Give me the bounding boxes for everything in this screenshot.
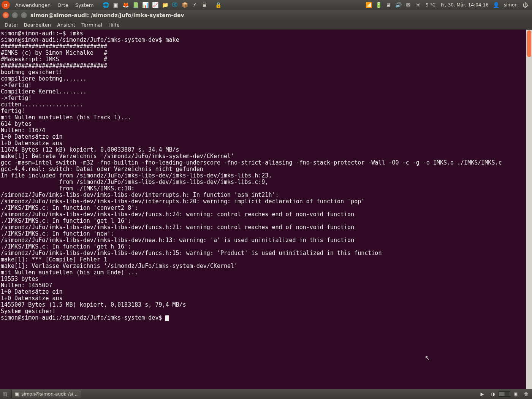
- workspace-switcher[interactable]: [499, 391, 510, 397]
- terminal-cursor: [165, 315, 169, 321]
- clock[interactable]: Fr, 30. Mär, 14:04:16: [439, 2, 491, 8]
- weather-icon[interactable]: ☀: [414, 1, 422, 9]
- window-close-button[interactable]: [2, 12, 9, 19]
- shutdown-icon[interactable]: ⏻: [521, 1, 529, 9]
- launcher-icon[interactable]: 📗: [131, 1, 139, 9]
- trash-icon[interactable]: 🗑: [522, 390, 530, 398]
- battery-icon[interactable]: 🔋: [374, 1, 383, 9]
- menu-view[interactable]: Ansicht: [54, 21, 78, 28]
- workspace-2[interactable]: [504, 392, 510, 396]
- launcher-icon[interactable]: ▣: [111, 1, 120, 9]
- menu-edit[interactable]: Bearbeiten: [21, 21, 54, 28]
- scrollbar[interactable]: [526, 30, 532, 389]
- lock-icon[interactable]: 🔒: [214, 1, 222, 9]
- launcher-icon[interactable]: 🌐: [101, 1, 110, 9]
- mail-icon[interactable]: ✉: [404, 1, 412, 9]
- menubar: Datei Bearbeiten Ansicht Terminal Hilfe: [0, 21, 532, 30]
- menu-help[interactable]: Hilfe: [105, 21, 123, 28]
- launcher-icon[interactable]: 📊: [141, 1, 149, 9]
- tray-icon[interactable]: ◑: [489, 390, 497, 398]
- files-icon[interactable]: 📁: [161, 1, 169, 9]
- taskbar-item-terminal[interactable]: ▣ simon@simon-audi: /si…: [11, 390, 81, 398]
- username[interactable]: simon: [502, 2, 520, 8]
- scrollbar-thumb[interactable]: [527, 30, 531, 57]
- terminal-output[interactable]: simon@simon-audi:~$ imks simon@simon-aud…: [0, 30, 526, 389]
- window-minimize-button[interactable]: [11, 12, 18, 19]
- tray-icon[interactable]: ▶: [478, 390, 486, 398]
- workspace-1[interactable]: [499, 392, 504, 396]
- wifi-icon[interactable]: 📶: [364, 1, 373, 9]
- menu-applications[interactable]: Anwendungen: [12, 1, 54, 9]
- terminal-window: simon@simon-audi: /simondz/Jufo/imks-sys…: [0, 10, 532, 389]
- bottom-panel: ▥ ▣ simon@simon-audi: /si… ▶ ◑ ▣ 🗑: [0, 389, 532, 399]
- menu-file[interactable]: Datei: [2, 21, 21, 28]
- window-titlebar[interactable]: simon@simon-audi: /simondz/Jufo/imks-sys…: [0, 10, 532, 21]
- skype-icon[interactable]: Ⓢ: [171, 1, 179, 9]
- user-icon[interactable]: 👤: [492, 1, 500, 9]
- show-desktop-icon[interactable]: ▥: [1, 390, 9, 398]
- firefox-icon[interactable]: 🦊: [121, 1, 130, 9]
- menu-terminal[interactable]: Terminal: [78, 21, 105, 28]
- top-panel: ◔ Anwendungen Orte System 🌐 ▣ 🦊 📗 📊 📈 📁 …: [0, 0, 532, 10]
- volume-icon[interactable]: 🔊: [394, 1, 402, 9]
- terminal-small-icon: ▣: [15, 391, 19, 397]
- window-title: simon@simon-audi: /simondz/Jufo/imks-sys…: [30, 12, 184, 18]
- tray-icon[interactable]: ▣: [511, 390, 520, 398]
- ubuntu-logo-icon[interactable]: ◔: [2, 1, 10, 9]
- window-maximize-button[interactable]: [21, 12, 27, 19]
- display-icon[interactable]: 🖥: [384, 1, 393, 9]
- launcher-icon[interactable]: ⚡: [190, 1, 199, 9]
- menu-system[interactable]: System: [72, 1, 97, 9]
- launcher-icon[interactable]: 📈: [151, 1, 159, 9]
- weather-temp: 9 °C: [423, 2, 438, 8]
- menu-places[interactable]: Orte: [54, 1, 71, 9]
- calculator-icon[interactable]: 🖩: [200, 1, 209, 9]
- taskbar-item-label: simon@simon-audi: /si…: [21, 391, 78, 397]
- launcher-icon[interactable]: 📦: [180, 1, 189, 9]
